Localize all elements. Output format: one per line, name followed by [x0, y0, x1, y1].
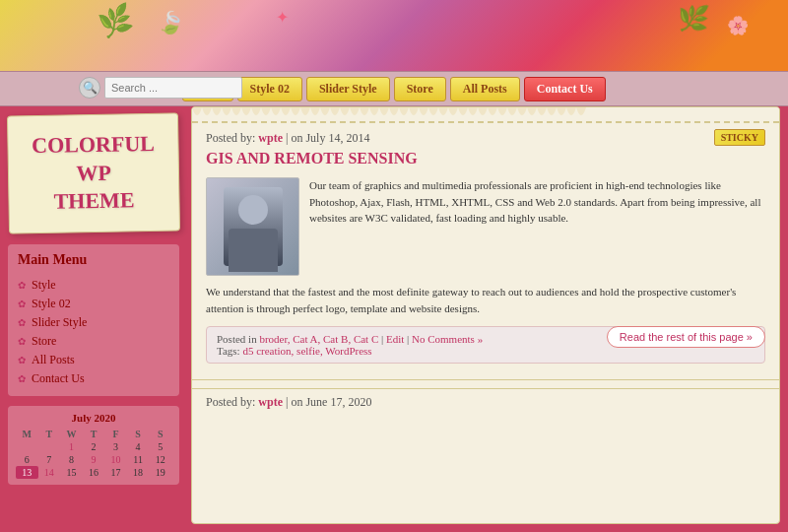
- scallop-svg: [192, 107, 779, 123]
- menu-title: Main Menu: [18, 252, 169, 268]
- post-footer-edit[interactable]: Edit: [386, 333, 404, 345]
- content-inner: Posted by: wpte | on July 14, 2014 STICK…: [191, 106, 780, 524]
- nav-all-posts[interactable]: All Posts: [450, 77, 520, 101]
- post-divider: [192, 379, 779, 380]
- sticky-badge: STICKY: [714, 129, 765, 146]
- top-banner: 🌿 🍃 🌿 🌸 ✦: [0, 0, 788, 71]
- post-1-meta: Posted by: wpte | on July 14, 2014 STICK…: [206, 131, 765, 146]
- cal-header-s2: S: [149, 428, 171, 440]
- sidebar: COLORFUL WP THEME Main Menu Style Style …: [0, 106, 187, 532]
- cal-header-f: F: [104, 428, 127, 440]
- person-image: [224, 187, 283, 266]
- sidebar-item-style02[interactable]: Style 02: [18, 295, 169, 313]
- cal-header-m: M: [16, 428, 38, 440]
- post-1-content: Our team of graphics and multimedia prof…: [206, 177, 765, 276]
- post-1-image: [206, 177, 299, 276]
- nav-contact-us[interactable]: Contact Us: [524, 77, 606, 101]
- blog-title-card: COLORFUL WP THEME: [7, 112, 180, 233]
- read-more-button[interactable]: Read the rest of this page »: [607, 326, 765, 348]
- sidebar-item-store[interactable]: Store: [18, 332, 169, 351]
- cal-row-1: 1 2 3 4 5: [16, 440, 171, 453]
- search-icon: 🔍: [79, 77, 100, 99]
- calendar-widget: July 2020 M T W T F S S 1 2 3 4: [8, 406, 179, 485]
- scallop-border: [192, 107, 779, 123]
- post-2-author[interactable]: wpte: [258, 395, 283, 409]
- post-1-author[interactable]: wpte: [258, 131, 283, 145]
- nav-store[interactable]: Store: [394, 77, 446, 101]
- main-layout: COLORFUL WP THEME Main Menu Style Style …: [0, 106, 788, 532]
- post-1-text2: We understand that the fastest and the m…: [206, 284, 765, 316]
- cal-header-t: T: [38, 428, 61, 440]
- post-footer-cats[interactable]: broder, Cat A, Cat B, Cat C: [259, 333, 378, 345]
- post-footer-comments[interactable]: No Comments »: [412, 333, 483, 345]
- sidebar-item-style[interactable]: Style: [18, 276, 169, 295]
- cal-row-2: 6 7 8 9 10 11 12: [16, 453, 171, 466]
- cal-header-s: S: [127, 428, 150, 440]
- search-input[interactable]: [104, 77, 242, 99]
- cal-row-3: 13 14 15 16 17 18 19: [16, 466, 171, 479]
- sidebar-item-contact-us[interactable]: Contact Us: [18, 369, 169, 388]
- cal-header-w: W: [60, 428, 83, 440]
- post-2-meta: Posted by: wpte | on June 17, 2020: [192, 388, 779, 416]
- nav-slider-style[interactable]: Slider Style: [306, 77, 390, 101]
- post-1-text1: Our team of graphics and multimedia prof…: [309, 177, 765, 276]
- sidebar-item-slider-style[interactable]: Slider Style: [18, 313, 169, 332]
- content-area: Posted by: wpte | on July 14, 2014 STICK…: [187, 106, 788, 532]
- cal-header-t2: T: [83, 428, 105, 440]
- search-area: 🔍: [79, 77, 242, 99]
- calendar-table: M T W T F S S 1 2 3 4 5: [16, 428, 171, 479]
- post-1-title: GIS AND REMOTE SENSING: [206, 150, 765, 167]
- post-footer-tags[interactable]: d5 creation, selfie, WordPress: [242, 345, 371, 357]
- post-1: Posted by: wpte | on July 14, 2014 STICK…: [192, 123, 779, 371]
- calendar-title: July 2020: [16, 412, 171, 424]
- blog-title: COLORFUL WP THEME: [18, 130, 168, 217]
- nav-style02[interactable]: Style 02: [237, 77, 302, 101]
- sidebar-item-all-posts[interactable]: All Posts: [18, 351, 169, 369]
- main-menu-widget: Main Menu Style Style 02 Slider Style St…: [8, 244, 179, 396]
